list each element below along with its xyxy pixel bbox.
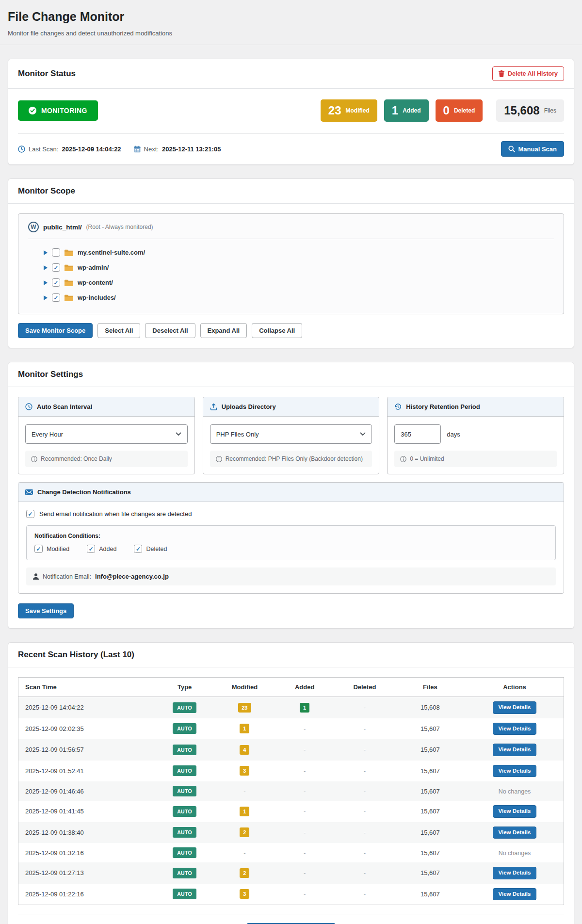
actions-cell: View Details — [466, 884, 564, 905]
scan-history-row: 2025-12-09 14:04:22AUTO231-15,608View De… — [18, 697, 564, 718]
view-details-button[interactable]: View Details — [493, 723, 537, 735]
expand-caret-icon[interactable] — [44, 280, 48, 285]
auto-type-badge: AUTO — [173, 702, 196, 713]
tree-checkbox[interactable] — [52, 263, 60, 272]
monitoring-status-badge: MONITORING — [18, 100, 98, 121]
info-icon — [31, 456, 37, 462]
expand-caret-icon[interactable] — [44, 250, 48, 255]
actions-cell: No changes — [466, 781, 564, 801]
notification-email-label: Notification Email: — [43, 573, 91, 580]
tree-item[interactable]: wp-admin/ — [44, 260, 554, 275]
tree-item[interactable]: wp-content/ — [44, 275, 554, 290]
type-cell: AUTO — [155, 739, 215, 761]
tree-checkbox[interactable] — [52, 278, 60, 287]
scan-history-row: 2025-12-09 02:02:35AUTO1--15,607View Det… — [18, 718, 564, 740]
monitor-scope-body: public_html/ (Root - Always monitored) m… — [8, 204, 574, 348]
history-retention-card: History Retention Period days 0 = Unlimi… — [387, 397, 564, 474]
modified-cell: 3 — [215, 884, 275, 905]
select-all-button[interactable]: Select All — [97, 323, 140, 338]
view-details-button[interactable]: View Details — [493, 827, 537, 839]
auto-scan-interval-head: Auto Scan Interval — [18, 397, 194, 417]
notification-email-value: info@piece-agency.co.jp — [95, 573, 169, 580]
type-cell: AUTO — [155, 822, 215, 843]
tree-item[interactable]: wp-includes/ — [44, 290, 554, 305]
scan-time-cell: 2025-12-09 01:46:46 — [18, 781, 155, 801]
modified-count-badge: 2 — [240, 827, 249, 837]
scan-time-cell: 2025-12-09 01:32:16 — [18, 843, 155, 862]
files-cell: 15,607 — [395, 822, 466, 843]
tree-item[interactable]: my.sentinel-suite.com/ — [44, 245, 554, 260]
next-scan-label: Next: — [144, 146, 159, 153]
tree-checkbox[interactable] — [52, 293, 60, 302]
modified-count-badge: 3 — [240, 766, 249, 776]
modified-cell: 4 — [215, 739, 275, 761]
view-details-button[interactable]: View Details — [493, 867, 537, 879]
save-settings-button[interactable]: Save Settings — [18, 603, 74, 618]
view-details-button[interactable]: View Details — [493, 744, 537, 756]
type-cell: AUTO — [155, 884, 215, 905]
manual-scan-button[interactable]: Manual Scan — [501, 141, 564, 157]
notifications-head: Change Detection Notifications — [18, 483, 564, 502]
files-cell: 15,607 — [395, 739, 466, 761]
retention-days-input[interactable] — [394, 424, 441, 444]
calendar-icon — [134, 146, 141, 153]
dash: - — [304, 788, 306, 795]
auto-type-badge: AUTO — [173, 868, 196, 878]
condition-added-checkbox[interactable] — [87, 545, 95, 553]
modified-cell: - — [215, 781, 275, 801]
tree-checkbox[interactable] — [52, 248, 60, 257]
scan-time-cell: 2025-12-09 01:38:40 — [18, 822, 155, 843]
folder-icon — [65, 264, 73, 271]
actions-cell: View Details — [466, 761, 564, 782]
search-icon — [508, 146, 515, 152]
col-actions: Actions — [466, 678, 564, 697]
history-clock-icon — [394, 403, 402, 410]
scan-time-cell: 2025-12-09 01:56:57 — [18, 739, 155, 761]
expand-caret-icon[interactable] — [44, 295, 48, 300]
condition-deleted-checkbox[interactable] — [134, 545, 142, 553]
added-cell: 1 — [275, 697, 335, 718]
view-details-button[interactable]: View Details — [493, 888, 537, 901]
auto-type-badge: AUTO — [173, 786, 196, 796]
scan-time-cell: 2025-12-09 01:41:45 — [18, 801, 155, 822]
col-added: Added — [275, 678, 335, 697]
next-scan-value: 2025-12-11 13:21:05 — [162, 146, 221, 153]
expand-all-button[interactable]: Expand All — [200, 323, 247, 338]
user-icon — [33, 573, 39, 580]
deselect-all-button[interactable]: Deselect All — [145, 323, 195, 338]
monitor-status-header: Monitor Status Delete All History — [8, 59, 574, 89]
modified-count-badge: 23 — [238, 703, 251, 713]
stat-modified: 23 Modified — [321, 99, 377, 122]
dash: - — [243, 788, 245, 795]
view-details-button[interactable]: View Details — [493, 805, 537, 818]
modified-cell: 23 — [215, 697, 275, 718]
collapse-all-button[interactable]: Collapse All — [252, 323, 302, 338]
uploads-directory-select[interactable]: PHP Files Only — [210, 424, 372, 444]
modified-cell: 1 — [215, 718, 275, 740]
email-notify-checkbox[interactable] — [26, 510, 34, 518]
no-changes-label: No changes — [499, 788, 531, 795]
modified-cell: 2 — [215, 822, 275, 843]
auto-type-badge: AUTO — [173, 745, 196, 755]
scan-history-footer: View All Scan History — [18, 914, 564, 924]
added-cell: - — [275, 801, 335, 822]
added-cell: - — [275, 781, 335, 801]
view-details-button[interactable]: View Details — [493, 765, 537, 778]
delete-all-history-button[interactable]: Delete All History — [492, 66, 564, 81]
scan-history-row: 2025-12-09 01:38:40AUTO2--15,607View Det… — [18, 822, 564, 843]
save-monitor-scope-button[interactable]: Save Monitor Scope — [18, 323, 93, 338]
page-header: File Change Monitor Monitor file changes… — [0, 0, 582, 45]
files-cell: 15,608 — [395, 697, 466, 718]
monitor-status-body: MONITORING 23 Modified 1 Added 0 Deleted… — [8, 89, 574, 164]
stat-deleted: 0 Deleted — [436, 99, 483, 122]
chevron-down-icon — [360, 432, 366, 436]
condition-modified-checkbox[interactable] — [34, 545, 43, 553]
expand-caret-icon[interactable] — [44, 265, 48, 270]
scan-history-table-body: 2025-12-09 14:04:22AUTO231-15,608View De… — [18, 697, 564, 905]
notification-email-row: Notification Email: info@piece-agency.co… — [26, 567, 556, 585]
notification-conditions-label: Notification Conditions: — [34, 533, 548, 539]
condition-modified: Modified — [34, 545, 69, 553]
scan-interval-select[interactable]: Every Hour — [25, 424, 188, 444]
dash: - — [304, 746, 306, 753]
view-details-button[interactable]: View Details — [493, 701, 537, 714]
